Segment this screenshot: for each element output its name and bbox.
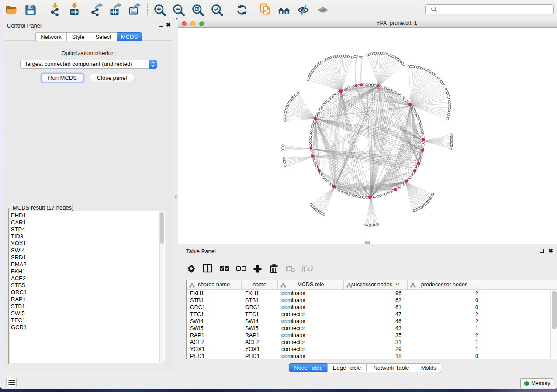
svg-text:f(x): f(x) <box>301 264 313 273</box>
